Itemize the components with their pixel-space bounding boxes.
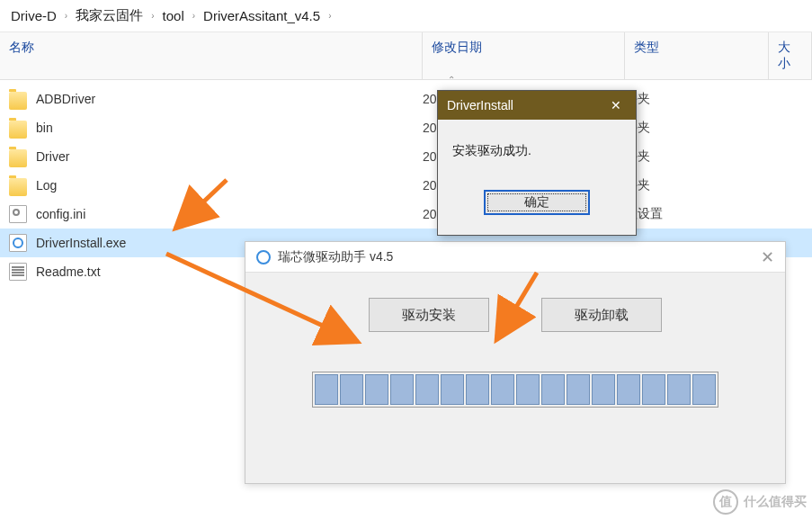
folder-icon [9, 121, 27, 139]
install-driver-button[interactable]: 驱动安装 [369, 298, 489, 332]
file-row[interactable]: Log20件夹 [0, 171, 812, 200]
progress-segment [340, 374, 363, 405]
dialog-title: DriverInstall [447, 98, 513, 112]
assist-title: 瑞芯微驱动助手 v4.5 [278, 249, 393, 265]
app-logo-icon [256, 250, 271, 264]
close-icon[interactable]: ✕ [761, 247, 774, 267]
breadcrumb-item[interactable]: 我家云固件 [76, 7, 143, 24]
watermark-badge-icon: 值 [713, 489, 738, 515]
progress-segment [642, 374, 665, 405]
close-icon[interactable]: ✕ [605, 98, 627, 112]
col-header-name[interactable]: 名称 [0, 32, 423, 79]
dialog-titlebar[interactable]: DriverInstall ✕ [438, 91, 636, 120]
progress-segment [441, 374, 464, 405]
progress-segment [365, 374, 388, 405]
chevron-right-icon: › [190, 11, 198, 21]
driver-assist-window: 瑞芯微驱动助手 v4.5 ✕ 驱动安装 驱动卸载 [245, 241, 786, 484]
file-row[interactable]: config.ini20置设置 [0, 200, 812, 229]
file-type: 件夹 [625, 148, 769, 165]
progress-segment [390, 374, 414, 405]
breadcrumb-item[interactable]: DriverAssitant_v4.5 [203, 8, 320, 23]
uninstall-driver-button[interactable]: 驱动卸载 [541, 298, 662, 332]
file-name: Log [36, 178, 423, 193]
progress-segment [567, 374, 590, 405]
chevron-right-icon: › [62, 11, 70, 21]
progress-segment [667, 374, 691, 405]
breadcrumb[interactable]: Drive-D›我家云固件›tool›DriverAssitant_v4.5› [0, 0, 812, 32]
breadcrumb-item[interactable]: Drive-D [11, 8, 57, 23]
dialog-message: 安装驱动成功. [438, 120, 636, 174]
file-type: 件夹 [625, 120, 769, 136]
progress-segment [692, 374, 716, 405]
breadcrumb-item[interactable]: tool [163, 8, 184, 23]
folder-icon [9, 149, 27, 167]
file-name: Driver [36, 149, 423, 164]
file-name: config.ini [36, 207, 423, 221]
file-row[interactable]: ADBDriver20件夹 [0, 85, 812, 113]
progress-segment [466, 374, 489, 405]
ini-icon [9, 205, 27, 223]
progress-segment [516, 374, 540, 405]
progress-segment [541, 374, 565, 405]
progress-segment [617, 374, 640, 405]
progress-bar [312, 372, 718, 408]
file-type: 件夹 [625, 177, 769, 193]
file-type: 件夹 [625, 91, 769, 107]
file-row[interactable]: Driver20件夹 [0, 142, 812, 171]
col-header-type[interactable]: 类型 [625, 32, 769, 79]
message-dialog: DriverInstall ✕ 安装驱动成功. 确定 [437, 90, 637, 236]
folder-icon [9, 178, 27, 196]
col-header-date[interactable]: 修改日期 [423, 32, 625, 79]
progress-segment [592, 374, 615, 405]
col-header-size[interactable]: 大小 [769, 32, 812, 79]
exe-icon [9, 234, 27, 252]
chevron-right-icon: › [326, 11, 334, 21]
file-type: 置设置 [625, 206, 769, 222]
column-headers: 名称 修改日期 类型 大小 [0, 32, 812, 80]
ok-button[interactable]: 确定 [484, 190, 590, 215]
progress-segment [315, 374, 338, 405]
file-name: ADBDriver [36, 92, 423, 106]
assist-titlebar[interactable]: 瑞芯微驱动助手 v4.5 ✕ [245, 242, 785, 273]
progress-segment [491, 374, 514, 405]
chevron-right-icon: › [148, 11, 156, 21]
file-name: bin [36, 121, 423, 135]
txt-icon [9, 263, 27, 281]
folder-icon [9, 92, 27, 110]
file-row[interactable]: bin20件夹 [0, 113, 812, 142]
progress-segment [415, 374, 439, 405]
watermark: 值 什么值得买 [713, 489, 807, 515]
